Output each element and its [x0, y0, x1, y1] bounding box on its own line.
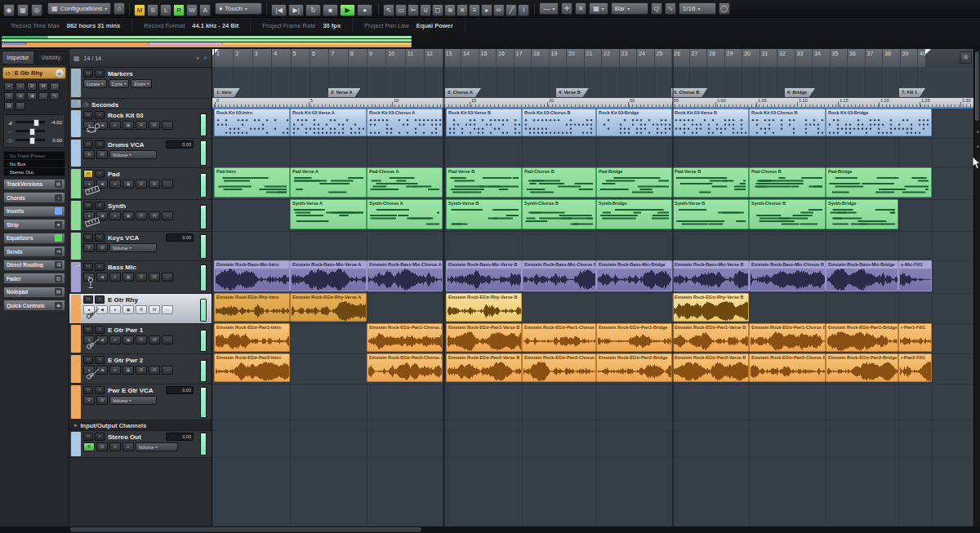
track-row-e-gtr-pwr-1[interactable]: 16msE Gtr Pwr 1●◀e▣RW⋯ [69, 324, 212, 354]
track-value[interactable]: 0.00 [166, 140, 194, 149]
lane-button[interactable]: ⋯ [162, 273, 173, 282]
lane-button[interactable]: ⋯ [162, 305, 173, 314]
agent-button-s[interactable]: S [147, 4, 158, 16]
clip-einstein-rock-bass-mic-chorus-a[interactable]: Einstein Rock-Bass-Mic-Chorus A [367, 260, 443, 291]
go-previous-button[interactable]: |◀ [271, 4, 287, 16]
clip-pad-verse-a[interactable]: Pad-Verse A [290, 167, 367, 198]
solo-button[interactable]: s [95, 202, 105, 210]
quantize-panel-button[interactable]: ◯ [719, 2, 730, 15]
freeze-button[interactable]: ▣ [122, 180, 134, 189]
clip-einstein-rock-egtr-pwr2-bridge[interactable]: Einstein Rock-EGtr-Pwr2-Bridge [826, 353, 898, 382]
project-overview[interactable] [0, 33, 980, 50]
write-button[interactable]: W [149, 366, 160, 375]
clip-rock-kit-03-verse-a[interactable]: Rock Kit 03-Verse A [290, 109, 367, 136]
edit-channel-button[interactable]: e [109, 366, 121, 375]
clip-einstein-rock-egtr-pwr1-chorus-b[interactable]: Einstein Rock-EGtr-Pwr1-Chorus B [749, 323, 826, 352]
agent-button-l[interactable]: L [160, 4, 172, 16]
clip-einstein-rock-egtr-rhy-verse-b[interactable]: Einstein Rock-EGtr-Rhy-Verse B [446, 293, 522, 322]
track-row-drums-vca[interactable]: 10msDrums VCA0.00RWVolume▾ [69, 139, 212, 168]
clip-synth-bridge[interactable]: Synth-Bridge [826, 199, 898, 229]
clip-pad-chorus-b[interactable]: Pad-Chorus B [749, 167, 826, 198]
play-tool[interactable]: ▸ [481, 4, 492, 16]
mute-tool[interactable]: ✕ [457, 4, 468, 16]
solo-button[interactable]: s [95, 326, 105, 334]
tab-inspector[interactable]: Inspector [2, 51, 34, 64]
clip-einstein-rock-bass-mic-bridge[interactable]: Einstein Rock-Bass-Mic-Bridge [826, 260, 898, 291]
write-button[interactable]: W [149, 305, 160, 314]
mute-button[interactable]: m [83, 356, 93, 364]
lane-button[interactable]: ⋯ [162, 366, 173, 375]
range-select-tool[interactable]: ▭ [395, 4, 407, 16]
write-button[interactable]: W [149, 121, 160, 130]
inspector-button-10[interactable]: ▤ [4, 102, 14, 110]
edit-channel-button[interactable]: e [109, 335, 121, 344]
solo-button[interactable]: s [95, 386, 105, 394]
freeze-button[interactable]: ▣ [122, 273, 134, 282]
write-button[interactable]: W [149, 273, 160, 282]
track-row-markers[interactable]: 7msMarkersLocate▾Cycle▾Zoom▾ [69, 68, 212, 99]
agent-button-w[interactable]: W [186, 4, 198, 16]
quantize-button[interactable]: Q [651, 2, 662, 15]
clip-einstein-rock-egtr-pwr1-chorus-a[interactable]: Einstein Rock-EGtr-Pwr1-Chorus A [367, 323, 443, 352]
automation-mode-select[interactable]: ♦ Touch▾ [215, 2, 262, 15]
add-track-icon[interactable]: + [196, 55, 200, 62]
read-button[interactable]: R [136, 335, 147, 344]
clip-synth-chorus-b[interactable]: Synth-Chorus B [522, 199, 596, 229]
clip-einstein-rock-bass-mic-verse-b[interactable]: Einstein Rock-Bass-Mic-Verse B [672, 260, 749, 291]
bypass-inserts-button[interactable]: ⊘ [109, 442, 121, 451]
clip-einstein-rock-egtr-pwr1-verse-b[interactable]: Einstein Rock-EGtr-Pwr1-Verse B [446, 323, 522, 352]
solo-button[interactable]: s [95, 263, 105, 271]
horizontal-scrollbar[interactable] [0, 526, 980, 533]
track-value[interactable]: 0.00 [166, 433, 194, 441]
read-button[interactable]: R [136, 180, 147, 189]
mute-button[interactable]: m [83, 170, 93, 178]
vertical-scroll-handle[interactable] [975, 51, 979, 121]
edit-channel-button[interactable]: e [109, 273, 121, 282]
track-row-e-gtr-rhy[interactable]: 15msE Gtr Rhy●◀e▣RW⋯ [69, 294, 212, 324]
read-button[interactable]: R [136, 273, 147, 282]
clip-einstein-rock-egtr-pwr1-chorus-b[interactable]: Einstein Rock-EGtr-Pwr1-Chorus B [522, 323, 596, 352]
grid-type-select[interactable]: Bar▾ [611, 2, 648, 15]
quantize-preset-select[interactable]: 1/16▾ [679, 2, 716, 15]
clip-einstein-rock-egtr-rhy-verse-b[interactable]: Einstein Rock-EGtr-Rhy-Verse B [672, 293, 749, 322]
iterative-quantize-button[interactable]: ∿ [665, 2, 676, 15]
marker-flag-3-chorus-a[interactable]: 3: Chorus A [445, 88, 481, 97]
track-row-keys-vca[interactable]: 13msKeys VCA0.00RWVolume▾ [69, 232, 212, 261]
clip-synth-chorus-b[interactable]: Synth-Chorus B [749, 199, 826, 229]
track-row-rock-kit-03[interactable]: 9msRock Kit 03●◀e▣RW⋯ [69, 109, 212, 139]
inspector-section-notepad[interactable]: Notepad▤ [3, 286, 65, 298]
clip-synth-verse-b[interactable]: Synth-Verse B [446, 199, 522, 229]
line-tool[interactable]: ╱ [506, 4, 517, 16]
automation-param-combo[interactable]: Volume▾ [136, 442, 178, 451]
write-button[interactable]: W [96, 243, 108, 252]
solo-button[interactable]: s [95, 356, 105, 364]
agent-button-m[interactable]: M [134, 4, 145, 16]
marker-locate-combo[interactable]: Locate▾ [83, 79, 107, 88]
clip-synth-verse-b[interactable]: Synth-Verse B [672, 199, 749, 229]
marker-flag-5-chorus-b[interactable]: 5: Chorus B [671, 88, 707, 97]
clip-rock-kit-03-intro[interactable]: Rock Kit 03-Intro [214, 109, 290, 136]
solo-button[interactable]: s [95, 170, 105, 178]
inspector-button-9[interactable]: ✎ [50, 92, 60, 100]
clip-einstein-rock-bass-mic-bridge[interactable]: Einstein Rock-Bass-Mic-Bridge [596, 260, 672, 291]
track-row-pad[interactable]: 11msPad●◀e▣RW⋯ [69, 168, 212, 200]
clip-einstein-rock-egtr-pwr2-verse-b[interactable]: Einstein Rock-EGtr-Pwr2-Verse B [446, 353, 522, 382]
edit-channel-button[interactable]: e [109, 211, 121, 220]
clip-pad-intro[interactable]: Pad-Intro [214, 167, 290, 198]
mute-button[interactable]: m [83, 69, 93, 78]
freeze-button[interactable]: ▣ [122, 366, 134, 375]
clip-pad-bridge[interactable]: Pad-Bridge [826, 167, 932, 198]
inspector-section-sends[interactable]: Sends⇉ [3, 246, 65, 257]
clip-rock-kit-03-bridge[interactable]: Rock Kit 03-Bridge [596, 109, 672, 136]
bar-ruler[interactable]: ▣ 12345678910111213141516171819202122232… [212, 49, 973, 68]
read-button[interactable]: R [83, 150, 95, 159]
object-select-tool[interactable]: ↖ [383, 4, 394, 16]
marker-flag-6-bridge[interactable]: 6: Bridge [785, 88, 815, 97]
edit-channel-button[interactable]: e [56, 69, 64, 78]
read-button[interactable]: R [136, 366, 147, 375]
clip-einstein-rock-egtr-pwr2-chorus-a[interactable]: Einstein Rock-EGtr-Pwr2-Chorus A [367, 353, 443, 382]
nudge-button[interactable]: ✛ [561, 2, 572, 15]
clip-einstein-rock-egtr-pwr1-bridge[interactable]: Einstein Rock-EGtr-Pwr1-Bridge [596, 323, 672, 352]
routing-no-bus[interactable]: ◦No Bus [4, 160, 65, 168]
read-button[interactable]: R [83, 442, 95, 451]
